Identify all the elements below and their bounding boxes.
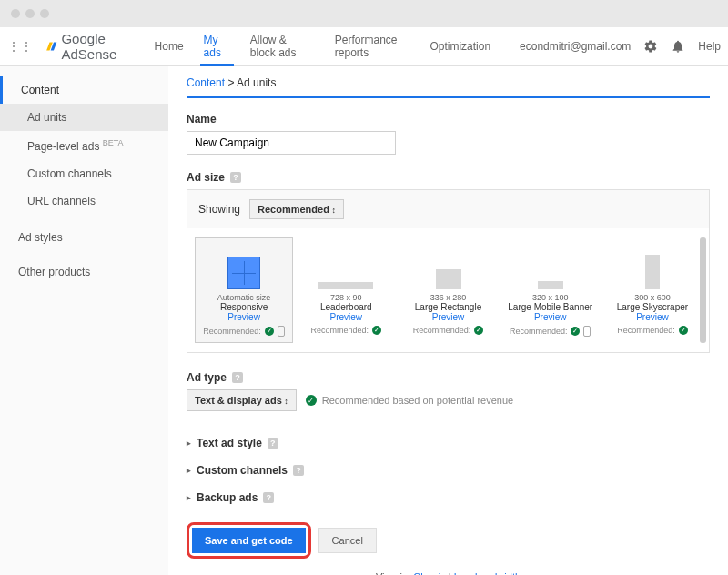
ad-shape <box>538 281 563 289</box>
help-icon[interactable]: ? <box>232 372 243 383</box>
help-icon[interactable]: ? <box>230 172 241 183</box>
sidebar: Content Ad units Page-level ads BETA Cus… <box>0 66 168 575</box>
save-and-get-code-button[interactable]: Save and get code <box>192 528 306 553</box>
ad-shape <box>436 269 461 289</box>
adsize-panel: Showing Recommended Automatic size Respo… <box>187 189 710 353</box>
view-in-label: View in: <box>376 571 410 575</box>
brand-name: Google AdSense <box>61 31 137 62</box>
ad-name: Large Rectangle <box>401 302 494 312</box>
label-text: Ad size <box>187 171 225 184</box>
breadcrumb-sep: > <box>228 76 234 89</box>
ad-shape <box>645 255 660 289</box>
check-icon: ✓ <box>306 395 317 406</box>
main-content: Content > Ad units Name Ad size ? Showin… <box>168 66 728 575</box>
check-icon: ✓ <box>679 326 688 335</box>
gear-icon[interactable] <box>643 37 658 55</box>
expand-backup-ads[interactable]: Backup ads ? <box>187 484 710 511</box>
showing-dropdown[interactable]: Recommended <box>249 199 344 219</box>
top-nav: ⋮⋮ Google AdSense Home My ads Allow & bl… <box>0 27 728 66</box>
expand-label: Custom channels <box>197 464 288 477</box>
ad-dim: 300 x 600 <box>606 293 699 302</box>
cancel-button[interactable]: Cancel <box>318 528 377 553</box>
nav-help[interactable]: Help <box>698 40 721 53</box>
breadcrumb-leaf: Ad units <box>237 76 276 89</box>
name-input[interactable] <box>187 131 396 155</box>
name-label: Name <box>187 113 710 126</box>
preview-link[interactable]: Preview <box>504 312 597 322</box>
sidebar-item-ad-styles[interactable]: Ad styles <box>0 224 168 251</box>
window-titlebar <box>0 0 728 27</box>
footer: View in: Classic | Low bandwidth © 2016 … <box>187 571 710 575</box>
adsize-card-large-rectangle[interactable]: 336 x 280 Large Rectangle Preview Recomm… <box>399 237 497 343</box>
sidebar-item-page-level[interactable]: Page-level ads BETA <box>0 131 168 160</box>
showing-label: Showing <box>198 203 240 216</box>
view-low-bandwidth-link[interactable]: Low bandwidth <box>454 571 521 575</box>
reco-label: Recommended: <box>413 326 471 335</box>
preview-link[interactable]: Preview <box>299 312 392 322</box>
reco-text: Recommended based on potential revenue <box>322 395 513 406</box>
preview-link[interactable]: Preview <box>401 312 494 322</box>
ad-name: Large Mobile Banner <box>504 302 597 312</box>
device-icon <box>278 326 285 337</box>
brand-logo[interactable]: Google AdSense <box>46 31 138 62</box>
reco-label: Recommended: <box>617 326 675 335</box>
reco-label: Recommended: <box>510 327 568 336</box>
help-icon[interactable]: ? <box>293 465 304 476</box>
check-icon: ✓ <box>571 327 580 336</box>
ad-dim: 728 x 90 <box>299 293 392 302</box>
window-dot <box>25 9 35 18</box>
check-icon: ✓ <box>265 327 274 336</box>
adsize-card-leaderboard[interactable]: 728 x 90 Leaderboard Preview Recommended… <box>297 237 395 343</box>
expand-label: Backup ads <box>197 491 258 504</box>
ad-dim: 336 x 280 <box>401 293 494 302</box>
nav-allow-block[interactable]: Allow & block ads <box>247 27 318 66</box>
responsive-icon <box>228 257 260 289</box>
sidebar-heading-content[interactable]: Content <box>0 76 168 104</box>
sidebar-item-label: Page-level ads <box>27 140 99 153</box>
adtype-reco: ✓ Recommended based on potential revenue <box>306 395 513 406</box>
help-icon[interactable]: ? <box>268 438 278 449</box>
adsize-card-responsive[interactable]: Automatic size Responsive Preview Recomm… <box>195 237 293 343</box>
sidebar-item-other-products[interactable]: Other products <box>0 258 168 286</box>
ad-dim: Automatic size <box>197 293 290 302</box>
nav-performance[interactable]: Performance reports <box>331 27 414 66</box>
check-icon: ✓ <box>372 326 381 335</box>
scrollbar[interactable] <box>700 237 706 343</box>
window-dot <box>11 9 20 18</box>
reco-label: Recommended: <box>203 327 261 336</box>
adsize-card-large-skyscraper[interactable]: 300 x 600 Large Skyscraper Preview Recom… <box>603 237 702 343</box>
label-text: Ad type <box>187 371 227 384</box>
ad-dim: 320 x 100 <box>504 293 597 302</box>
view-classic-link[interactable]: Classic <box>413 571 445 575</box>
breadcrumb-parent[interactable]: Content <box>187 76 225 89</box>
sidebar-item-ad-units[interactable]: Ad units <box>0 104 168 131</box>
window-dot <box>40 9 49 18</box>
breadcrumb: Content > Ad units <box>187 76 710 98</box>
sidebar-item-url-channels[interactable]: URL channels <box>0 187 168 215</box>
ad-name: Responsive <box>197 302 290 312</box>
adsize-list: Automatic size Responsive Preview Recomm… <box>187 228 709 352</box>
ad-name: Large Skyscraper <box>606 302 699 312</box>
adsize-card-large-mobile-banner[interactable]: 320 x 100 Large Mobile Banner Preview Re… <box>501 237 600 343</box>
user-email[interactable]: econdmitri@gmail.com <box>520 40 631 53</box>
preview-link[interactable]: Preview <box>197 312 290 322</box>
ad-name: Leaderboard <box>299 302 392 312</box>
sidebar-item-custom-channels[interactable]: Custom channels <box>0 160 168 187</box>
expand-text-ad-style[interactable]: Text ad style ? <box>187 429 710 457</box>
adtype-dropdown[interactable]: Text & display ads <box>187 389 297 411</box>
menu-icon[interactable]: ⋮⋮ <box>7 39 33 54</box>
adsense-icon <box>46 38 57 55</box>
expand-custom-channels[interactable]: Custom channels ? <box>187 457 710 484</box>
ad-shape <box>318 282 373 289</box>
help-icon[interactable]: ? <box>263 492 274 503</box>
reco-label: Recommended: <box>311 326 369 335</box>
bell-icon[interactable] <box>671 37 685 55</box>
nav-home[interactable]: Home <box>151 27 187 66</box>
device-icon <box>583 326 591 337</box>
nav-optimization[interactable]: Optimization <box>426 27 494 66</box>
preview-link[interactable]: Preview <box>606 312 699 322</box>
beta-badge: BETA <box>103 138 124 147</box>
expand-label: Text ad style <box>197 437 262 449</box>
nav-my-ads[interactable]: My ads <box>200 27 234 66</box>
check-icon: ✓ <box>474 326 483 335</box>
